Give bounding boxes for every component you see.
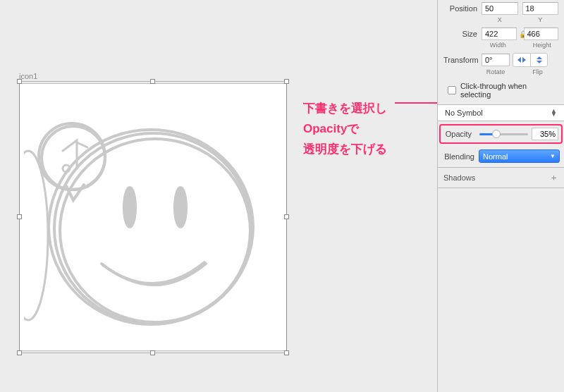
- selection-box[interactable]: [19, 81, 287, 353]
- shadows-label: Shadows: [443, 173, 475, 182]
- flip-label: Flip: [510, 68, 558, 75]
- resize-handle-tl[interactable]: [17, 79, 22, 84]
- transform-label: Transform: [443, 56, 482, 64]
- position-x-input[interactable]: [482, 2, 518, 15]
- updown-icon: ▲▼: [551, 109, 557, 117]
- annotation-text: 下書きを選択し Opacityで 透明度を下げる: [303, 99, 387, 160]
- flip-h-icon: [517, 56, 527, 63]
- position-row: Position: [438, 0, 564, 16]
- rotate-input[interactable]: [482, 54, 510, 66]
- size-width-input[interactable]: [482, 27, 517, 40]
- click-through-checkbox[interactable]: [448, 86, 456, 94]
- flip-horizontal-button[interactable]: [513, 54, 530, 66]
- flip-group: [513, 53, 548, 67]
- size-height-input[interactable]: [524, 27, 559, 40]
- resize-handle-bl[interactable]: [17, 350, 22, 355]
- annotation-line2: Opacityで: [303, 119, 387, 140]
- opacity-slider-knob[interactable]: [492, 130, 501, 138]
- resize-handle-bm[interactable]: [150, 350, 155, 355]
- symbol-value: No Symbol: [445, 109, 483, 117]
- lock-aspect-icon[interactable]: 🔒: [517, 30, 524, 38]
- symbol-select[interactable]: No Symbol ▲▼: [438, 105, 564, 121]
- chevron-down-icon: ▼: [550, 153, 556, 159]
- blending-row: Blending Normal ▼: [438, 147, 564, 168]
- flip-v-icon: [536, 56, 543, 64]
- shadows-row[interactable]: Shadows ＋: [438, 168, 564, 188]
- blending-value: Normal: [483, 152, 508, 161]
- click-through-row[interactable]: Click-through when selecting: [438, 78, 564, 104]
- position-label: Position: [443, 4, 482, 13]
- rotate-label: Rotate: [482, 68, 510, 75]
- size-row: Size 🔒: [438, 25, 564, 42]
- opacity-row: Opacity: [439, 124, 563, 144]
- canvas-area[interactable]: icon1: [0, 0, 437, 392]
- annotation-line1: 下書きを選択し: [303, 99, 387, 119]
- symbol-row: No Symbol ▲▼: [438, 104, 564, 121]
- position-x-label: X: [482, 16, 518, 23]
- blending-select[interactable]: Normal ▼: [479, 149, 560, 163]
- blending-label: Blending: [443, 152, 479, 161]
- position-y-label: Y: [522, 16, 559, 23]
- opacity-input[interactable]: [532, 128, 558, 140]
- resize-handle-mr[interactable]: [284, 214, 289, 219]
- size-width-label: Width: [482, 42, 515, 49]
- resize-handle-ml[interactable]: [17, 214, 22, 219]
- opacity-slider[interactable]: [479, 133, 528, 135]
- transform-row: Transform: [438, 51, 564, 68]
- add-shadow-button[interactable]: ＋: [549, 171, 558, 184]
- click-through-label: Click-through when selecting: [460, 82, 558, 99]
- resize-handle-br[interactable]: [284, 350, 289, 355]
- size-label: Size: [443, 30, 482, 38]
- size-height-label: Height: [526, 42, 559, 49]
- resize-handle-tr[interactable]: [284, 79, 289, 84]
- flip-vertical-button[interactable]: [530, 54, 547, 66]
- resize-handle-tm[interactable]: [150, 79, 155, 84]
- annotation-line3: 透明度を下げる: [303, 140, 387, 160]
- position-y-input[interactable]: [522, 2, 559, 15]
- opacity-label: Opacity: [443, 130, 476, 138]
- inspector-panel: Position X Y Size 🔒 Width Height Transfo…: [437, 0, 564, 392]
